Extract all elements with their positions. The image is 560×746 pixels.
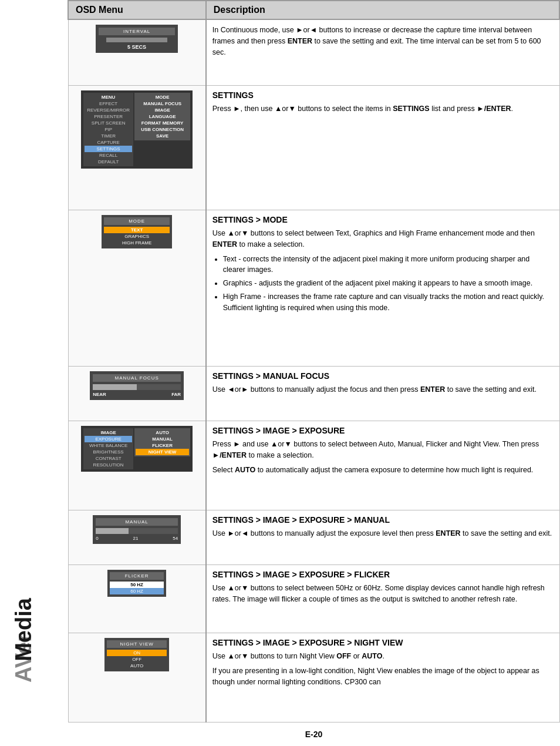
desc-cell-mode: SETTINGS > MODE Use ▲or▼ buttons to sele… bbox=[206, 210, 559, 367]
desc-cell-night-view: SETTINGS > IMAGE > EXPOSURE > NIGHT VIEW… bbox=[206, 633, 559, 723]
interval-value-text: 5 SECS bbox=[99, 44, 175, 50]
image-exposure-heading: SETTINGS > IMAGE > EXPOSURE bbox=[212, 426, 554, 435]
sm-settings: SETTINGS bbox=[85, 146, 132, 152]
night-view-desc2: If you are presenting in a low-light con… bbox=[212, 666, 554, 688]
mode-description: Use ▲or▼ buttons to select between Text,… bbox=[212, 228, 554, 250]
osd-cell-settings: MENU EFFECT REVERSE/MIRROR PRESENTER SPL… bbox=[68, 86, 206, 210]
im-night-view: NIGHT VIEW bbox=[136, 449, 189, 455]
im-brightness: BRIGHTNESS bbox=[85, 449, 132, 455]
im-white-balance: WHITE BALANCE bbox=[85, 442, 132, 449]
fl-50hz: 50 HZ bbox=[110, 582, 164, 588]
sm-format-memory: FORMAT MEMORY bbox=[136, 120, 189, 126]
sm-pip: PIP bbox=[85, 126, 132, 133]
sm-reverse: REVERSE/MIRROR bbox=[85, 107, 132, 113]
sm-language: LANGUAGE bbox=[136, 113, 189, 120]
settings-left-menu: MENU EFFECT REVERSE/MIRROR PRESENTER SPL… bbox=[83, 93, 133, 166]
image-left-menu: IMAGE EXPOSURE WHITE BALANCE BRIGHTNESS … bbox=[83, 428, 133, 469]
osd-cell-night-view: NIGHT VIEW ON OFF AUTO bbox=[68, 633, 206, 723]
table-row: MENU EFFECT REVERSE/MIRROR PRESENTER SPL… bbox=[68, 86, 559, 210]
nv-off: OFF bbox=[107, 656, 167, 663]
nv-on: ON bbox=[107, 650, 167, 656]
mode-bullets: Text - corrects the intensity of the adj… bbox=[223, 254, 554, 314]
interval-title-text: INTERVAL bbox=[99, 28, 175, 35]
interval-image: INTERVAL 5 SECS bbox=[96, 25, 178, 53]
settings-description: Press ►, then use ▲or▼ buttons to select… bbox=[212, 103, 554, 115]
mf-labels: NEAR FAR bbox=[93, 392, 181, 397]
mf-bar bbox=[93, 384, 181, 390]
mode-high-frame: HIGH FRAME bbox=[104, 240, 170, 246]
settings-right-menu: MODE MANUAL FOCUS IMAGE LANGUAGE FORMAT … bbox=[134, 93, 190, 140]
night-view-desc1: Use ▲or▼ buttons to turn Night View OFF … bbox=[212, 651, 554, 662]
osd-cell-interval: INTERVAL 5 SECS bbox=[68, 19, 206, 86]
osd-cell-mode: MODE TEXT GRAPHICS HIGH FRAME bbox=[68, 210, 206, 367]
ms-slider bbox=[96, 528, 178, 534]
desc-cell-settings: SETTINGS Press ►, then use ▲or▼ buttons … bbox=[206, 86, 559, 210]
desc-cell-manual: SETTINGS > IMAGE > EXPOSURE > MANUAL Use… bbox=[206, 510, 559, 564]
image-menu-image: IMAGE EXPOSURE WHITE BALANCE BRIGHTNESS … bbox=[81, 426, 193, 472]
im-manual: MANUAL bbox=[136, 436, 189, 442]
settings-menu-image: MENU EFFECT REVERSE/MIRROR PRESENTER SPL… bbox=[81, 90, 193, 169]
manual-slider-image: MANUAL 0 21 54 bbox=[93, 515, 181, 544]
im-auto: AUTO bbox=[136, 429, 189, 436]
ms-slider-fill bbox=[96, 528, 129, 534]
table-row: NIGHT VIEW ON OFF AUTO SETTINGS > IMAGE … bbox=[68, 633, 559, 723]
manual-focus-heading: SETTINGS > MANUAL FOCUS bbox=[212, 371, 554, 381]
left-sidebar: AVer Media bbox=[0, 0, 68, 746]
bullet-high-frame: High Frame - increases the frame rate ca… bbox=[223, 291, 554, 314]
flicker-heading: SETTINGS > IMAGE > EXPOSURE > FLICKER bbox=[212, 570, 554, 579]
manual-exposure-heading: SETTINGS > IMAGE > EXPOSURE > MANUAL bbox=[212, 515, 554, 525]
flicker-description: Use ▲or▼ buttons to select between 50Hz … bbox=[212, 583, 554, 605]
sm-save: SAVE bbox=[136, 133, 189, 139]
osd-table: OSD Menu Description INTERVAL 5 SECS bbox=[68, 0, 560, 723]
sm-mode: MODE bbox=[136, 94, 189, 100]
mode-graphics: GRAPHICS bbox=[104, 233, 170, 240]
table-row: INTERVAL 5 SECS In Continuous mode, use … bbox=[68, 19, 559, 86]
osd-cell-flicker: FLICKER 50 HZ 60 HZ bbox=[68, 564, 206, 633]
osd-cell-manual-focus: MANUAL FOCUS NEAR FAR bbox=[68, 366, 206, 421]
desc-cell-flicker: SETTINGS > IMAGE > EXPOSURE > FLICKER Us… bbox=[206, 564, 559, 633]
nv-title-text: NIGHT VIEW bbox=[107, 640, 167, 648]
table-row: IMAGE EXPOSURE WHITE BALANCE BRIGHTNESS … bbox=[68, 421, 559, 510]
flicker-image: FLICKER 50 HZ 60 HZ bbox=[107, 570, 166, 597]
sm-capture: CAPTURE bbox=[85, 139, 132, 146]
manual-focus-description: Use ◄or► buttons to manually adjust the … bbox=[212, 384, 554, 395]
image-exposure-desc2: Select AUTO to automatically adjust the … bbox=[212, 465, 554, 476]
sm-effect: EFFECT bbox=[85, 100, 132, 107]
settings-heading: SETTINGS bbox=[212, 90, 554, 100]
fl-60hz: 60 HZ bbox=[110, 588, 164, 594]
ms-label-21: 21 bbox=[133, 536, 138, 541]
sm-presenter: PRESENTER bbox=[85, 113, 132, 120]
desc-cell-image: SETTINGS > IMAGE > EXPOSURE Press ► and … bbox=[206, 421, 559, 510]
col-header-desc: Description bbox=[206, 1, 559, 19]
sm-timer: TIMER bbox=[85, 133, 132, 139]
im-resolution: RESOLUTION bbox=[85, 462, 132, 468]
sm-split: SPLIT SCREEN bbox=[85, 120, 132, 126]
image-right-menu: AUTO MANUAL FLICKER NIGHT VIEW bbox=[134, 428, 190, 456]
interval-bar bbox=[106, 38, 167, 42]
sm-image: IMAGE bbox=[136, 107, 189, 113]
nv-auto: AUTO bbox=[107, 663, 167, 669]
mode-text: TEXT bbox=[104, 227, 170, 233]
sm-usb: USB CONNECTION bbox=[136, 126, 189, 133]
desc-cell-interval: In Continuous mode, use ►or◄ buttons to … bbox=[206, 19, 559, 86]
col-header-osd: OSD Menu bbox=[68, 1, 206, 19]
page-number: E-20 bbox=[68, 723, 560, 746]
ms-title-text: MANUAL bbox=[96, 518, 178, 526]
ms-label-54: 54 bbox=[173, 536, 178, 541]
im-image-title: IMAGE bbox=[85, 429, 132, 436]
osd-cell-image: IMAGE EXPOSURE WHITE BALANCE BRIGHTNESS … bbox=[68, 421, 206, 510]
table-row: MODE TEXT GRAPHICS HIGH FRAME SETTINGS >… bbox=[68, 210, 559, 367]
mf-near-label: NEAR bbox=[93, 392, 106, 397]
sm-manual-focus: MANUAL FOCUS bbox=[136, 100, 189, 107]
brand-logo: AVer Media bbox=[5, 593, 58, 723]
desc-cell-manual-focus: SETTINGS > MANUAL FOCUS Use ◄or► buttons… bbox=[206, 366, 559, 421]
sm-menu: MENU bbox=[85, 94, 132, 100]
fl-title-text: FLICKER bbox=[110, 572, 164, 580]
ms-labels: 0 21 54 bbox=[96, 536, 178, 541]
im-flicker: FLICKER bbox=[136, 442, 189, 449]
manual-focus-image: MANUAL FOCUS NEAR FAR bbox=[90, 371, 184, 400]
osd-cell-manual: MANUAL 0 21 54 bbox=[68, 510, 206, 564]
night-view-heading: SETTINGS > IMAGE > EXPOSURE > NIGHT VIEW bbox=[212, 638, 554, 647]
table-row: FLICKER 50 HZ 60 HZ SETTINGS > IMAGE > E… bbox=[68, 564, 559, 633]
interval-description: In Continuous mode, use ►or◄ buttons to … bbox=[212, 25, 554, 58]
